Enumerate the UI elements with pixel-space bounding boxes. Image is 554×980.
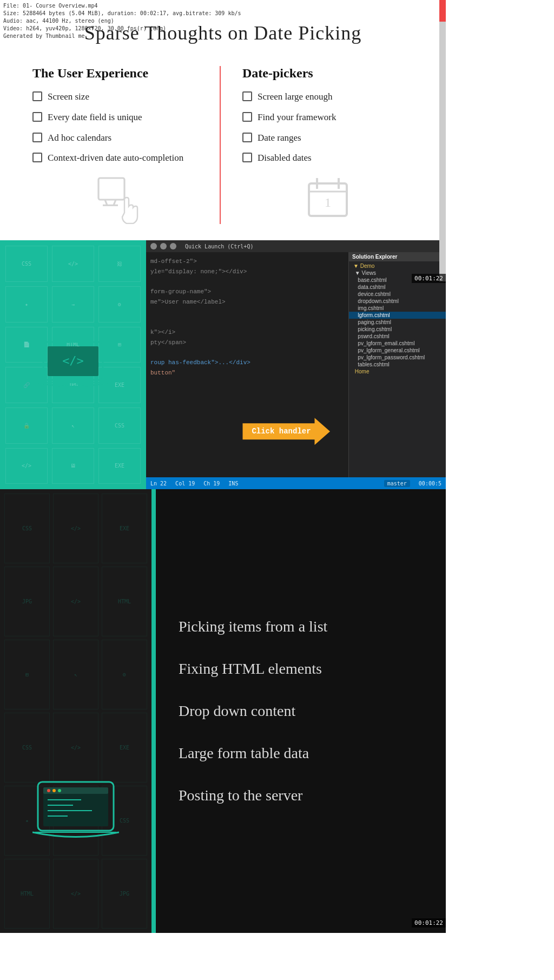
se-item-picking[interactable]: picking.cshtml bbox=[349, 326, 446, 333]
titlebar-btn-1[interactable] bbox=[150, 243, 157, 249]
se-item-img[interactable]: img.cshtml bbox=[349, 305, 446, 312]
list-item-text: Date ranges bbox=[258, 131, 301, 144]
code-line bbox=[150, 317, 344, 327]
tech-item: </> bbox=[53, 494, 98, 563]
tech-item: ↖ bbox=[53, 640, 98, 709]
file-info-line5: Generated by Thumbnail me bbox=[3, 32, 241, 40]
svg-text:</>: </> bbox=[62, 354, 84, 367]
menu-item-label: Large form table data bbox=[179, 745, 309, 762]
bullet-icon bbox=[32, 112, 42, 122]
se-item-tables[interactable]: tables.cshtml bbox=[349, 361, 446, 368]
bullet-icon bbox=[242, 133, 252, 142]
tech-item-star: ✦ bbox=[5, 286, 48, 323]
svg-point-17 bbox=[52, 789, 56, 792]
svg-text:1: 1 bbox=[325, 195, 331, 209]
solution-explorer-header: Solution Explorer bbox=[349, 252, 446, 261]
code-line: k"></i> bbox=[150, 327, 344, 338]
two-column-layout: The User Experience Screen size Every da… bbox=[32, 66, 413, 224]
se-item-paging[interactable]: paging.cshtml bbox=[349, 319, 446, 326]
tech-item-monitor: 🖥 bbox=[52, 448, 94, 484]
status-ln: Ln 22 bbox=[150, 481, 167, 486]
list-item: Find your framework bbox=[242, 111, 413, 124]
code-content: md-offset-2"> yle="display: none;"></div… bbox=[150, 256, 344, 378]
menu-item-picking[interactable]: Picking items from a list bbox=[179, 608, 419, 645]
status-col: Col 19 bbox=[175, 481, 195, 486]
editor-body: md-offset-2"> yle="display: none;"></div… bbox=[146, 252, 446, 477]
left-column-heading: The User Experience bbox=[32, 66, 203, 81]
list-item-text: Every date field is unique bbox=[48, 111, 142, 124]
menu-item-posting[interactable]: Posting to the server bbox=[179, 777, 419, 814]
bottom-section: CSS </> EXE JPG </> HTML ⊞ ↖ ⚙ CSS </> E… bbox=[0, 489, 446, 933]
bullet-icon bbox=[242, 112, 252, 122]
se-item-general[interactable]: pv_lgform_general.cshtml bbox=[349, 347, 446, 354]
tech-item-lock: 🔒 bbox=[5, 407, 48, 444]
code-line: md-offset-2"> bbox=[150, 256, 344, 267]
tech-item-gear: ⚙ bbox=[98, 286, 141, 323]
se-item-data[interactable]: data.cshtml bbox=[349, 284, 446, 291]
tech-item-exe2: EXE bbox=[98, 448, 141, 484]
tech-item: JPG bbox=[102, 859, 147, 929]
hand-monitor-icon bbox=[96, 175, 140, 224]
menu-item-fixing[interactable]: Fixing HTML elements bbox=[179, 650, 419, 687]
titlebar-btn-2[interactable] bbox=[160, 243, 167, 249]
code-line bbox=[150, 347, 344, 358]
se-item-pswrd[interactable]: pswrd.cshtml bbox=[349, 333, 446, 340]
tech-item: HTML bbox=[102, 567, 147, 636]
list-item: Ad hoc calendars bbox=[32, 131, 203, 144]
bottom-left-panel: CSS </> EXE JPG </> HTML ⊞ ↖ ⚙ CSS </> E… bbox=[0, 489, 151, 933]
se-item-device[interactable]: device.cshtml bbox=[349, 291, 446, 298]
bottom-tech-bg: CSS </> EXE JPG </> HTML ⊞ ↖ ⚙ CSS </> E… bbox=[0, 489, 151, 933]
click-handler-container: Click handler bbox=[227, 418, 330, 445]
status-ch: Ch 19 bbox=[203, 481, 220, 486]
tech-item-css2: CSS bbox=[98, 407, 141, 444]
file-info: File: 01- Course Overview.mp4 Size: 5288… bbox=[0, 0, 245, 42]
right-column: Date-pickers Screen large enough Find yo… bbox=[221, 66, 413, 224]
click-handler-label: Click handler bbox=[227, 418, 330, 445]
teal-vertical-bar bbox=[151, 489, 156, 933]
se-item-demo[interactable]: ▼ Demo bbox=[349, 262, 446, 269]
menu-item-label: Drop down content bbox=[179, 702, 295, 720]
list-item-text: Disabled dates bbox=[258, 152, 312, 165]
menu-item-label: Picking items from a list bbox=[179, 618, 327, 635]
titlebar-btn-3[interactable] bbox=[170, 243, 176, 249]
list-item: Disabled dates bbox=[242, 152, 413, 165]
list-item: Screen large enough bbox=[242, 90, 413, 103]
editor-titlebar: Quick Launch (Ctrl+Q) bbox=[146, 240, 446, 252]
file-info-line1: File: 01- Course Overview.mp4 bbox=[3, 2, 241, 10]
tech-item-arrow: → bbox=[52, 286, 94, 323]
code-section: CSS </> ⛓ ✦ → ⚙ 📄 HTML ⊞ 🔗 JPG EXE 🔒 ↖ C… bbox=[0, 240, 446, 489]
right-icons: 1 bbox=[242, 175, 413, 219]
code-line bbox=[150, 307, 344, 318]
tech-item: JPG bbox=[4, 567, 50, 636]
click-handler-arrow: Click handler bbox=[227, 418, 330, 445]
tech-item: </> bbox=[53, 713, 98, 782]
se-item-email[interactable]: pv_lgform_email.cshtml bbox=[349, 340, 446, 347]
code-line: button" bbox=[150, 368, 344, 378]
bottom-laptop-icon bbox=[32, 779, 119, 846]
se-item-lgform[interactable]: lgform.cshtml bbox=[349, 312, 446, 319]
list-item-text: Find your framework bbox=[258, 111, 336, 124]
editor-main: md-offset-2"> yle="display: none;"></div… bbox=[146, 252, 348, 477]
list-item: Context-driven date auto-completion bbox=[32, 152, 203, 165]
status-branch: master bbox=[384, 480, 410, 487]
scrollbar-thumb[interactable] bbox=[439, 0, 446, 22]
bottom-right-content: Picking items from a list Fixing HTML el… bbox=[151, 489, 446, 933]
se-item-dropdown[interactable]: dropdown.cshtml bbox=[349, 298, 446, 305]
menu-item-dropdown[interactable]: Drop down content bbox=[179, 693, 419, 729]
se-item-password[interactable]: pv_lgform_password.cshtml bbox=[349, 354, 446, 361]
bullet-icon bbox=[32, 153, 42, 162]
code-line: me">User name</label> bbox=[150, 297, 344, 307]
svg-point-16 bbox=[47, 789, 50, 792]
list-item-text: Context-driven date auto-completion bbox=[48, 152, 183, 165]
bullet-icon bbox=[32, 133, 42, 142]
tech-item: EXE bbox=[102, 713, 147, 782]
tech-item-code: </> bbox=[52, 246, 94, 282]
list-item: Date ranges bbox=[242, 131, 413, 144]
file-info-line4: Video: h264, yuv420p, 1280×720, 30.00 fp… bbox=[3, 25, 241, 32]
tech-item: </> bbox=[53, 567, 98, 636]
menu-item-large-form[interactable]: Large form table data bbox=[179, 735, 419, 772]
scrollbar[interactable] bbox=[439, 0, 446, 281]
code-line bbox=[150, 277, 344, 287]
se-item-home[interactable]: Home bbox=[349, 368, 446, 375]
code-line: roup has-feedback">...</div> bbox=[150, 358, 344, 368]
